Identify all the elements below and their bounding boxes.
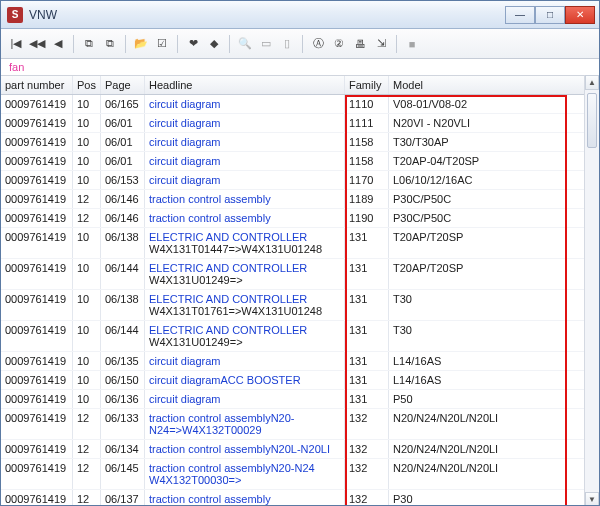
table-row[interactable]: 00097614191006/153circuit diagram1170L06… <box>1 171 599 190</box>
cell: traction control assembly <box>145 490 345 506</box>
bookmark-prev-icon[interactable]: ⧉ <box>80 35 98 53</box>
table-row[interactable]: 00097614191206/137traction control assem… <box>1 490 599 506</box>
col-model[interactable]: Model <box>389 76 599 94</box>
cell: 131 <box>345 390 389 408</box>
headline-link[interactable]: circuit diagram <box>149 393 221 405</box>
cell: 131 <box>345 259 389 289</box>
close-button[interactable]: ✕ <box>565 6 595 24</box>
print-icon[interactable]: 🖶 <box>351 35 369 53</box>
headline-link[interactable]: circuit diagram <box>149 98 221 110</box>
headline-link[interactable]: ELECTRIC AND CONTROLLER <box>149 262 307 274</box>
cell: 06/146 <box>101 209 145 227</box>
cell: 10 <box>73 133 101 151</box>
col-part-number[interactable]: part number <box>1 76 73 94</box>
headline-link[interactable]: circuit diagram <box>149 136 221 148</box>
cell: 132 <box>345 490 389 506</box>
headline-link[interactable]: ELECTRIC AND CONTROLLER <box>149 231 307 243</box>
cell: 12 <box>73 409 101 439</box>
headline-link[interactable]: circuit diagram <box>149 117 221 129</box>
table-row[interactable]: 00097614191006/138ELECTRIC AND CONTROLLE… <box>1 290 599 321</box>
bookmark-next-icon[interactable]: ⧉ <box>101 35 119 53</box>
cell: ELECTRIC AND CONTROLLERW4X131T01761=>W4X… <box>145 290 345 320</box>
nav-prev-icon[interactable]: ◀◀ <box>28 35 46 53</box>
table-row[interactable]: 00097614191006/01circuit diagram1158T30/… <box>1 133 599 152</box>
cell: 06/145 <box>101 459 145 489</box>
headline-link[interactable]: ELECTRIC AND CONTROLLER <box>149 293 307 305</box>
cell: 06/144 <box>101 259 145 289</box>
cell: 131 <box>345 290 389 320</box>
table-row[interactable]: 00097614191206/146traction control assem… <box>1 209 599 228</box>
a2-icon[interactable]: ② <box>330 35 348 53</box>
cell: 0009761419 <box>1 259 73 289</box>
col-family[interactable]: Family <box>345 76 389 94</box>
headline-link[interactable]: circuit diagram <box>149 355 221 367</box>
search-term-label: fan <box>1 59 599 75</box>
table-row[interactable]: 00097614191006/144ELECTRIC AND CONTROLLE… <box>1 321 599 352</box>
table-row[interactable]: 00097614191206/145traction control assem… <box>1 459 599 490</box>
grid-header: part number Pos Page Headline Family Mod… <box>1 75 599 95</box>
vertical-scrollbar[interactable]: ▲ ▼ <box>584 75 599 506</box>
cell: traction control assemblyN20-N24=>W4X132… <box>145 409 345 439</box>
cell: N20/N24/N20L/N20LI <box>389 409 599 439</box>
notes-icon[interactable]: ☑ <box>153 35 171 53</box>
cell: 1158 <box>345 152 389 170</box>
table-row[interactable]: 00097614191006/150circuit diagramACC BOO… <box>1 371 599 390</box>
cell: 0009761419 <box>1 290 73 320</box>
minimize-button[interactable]: — <box>505 6 535 24</box>
cell: 10 <box>73 390 101 408</box>
table-row[interactable]: 00097614191006/138ELECTRIC AND CONTROLLE… <box>1 228 599 259</box>
headline-link[interactable]: traction control assemblyN20-N24 W4X132T… <box>149 462 315 486</box>
col-pos[interactable]: Pos <box>73 76 101 94</box>
headline-link[interactable]: circuit diagram <box>149 155 221 167</box>
headline-link[interactable]: traction control assembly <box>149 493 271 505</box>
headline-link[interactable]: traction control assembly <box>149 193 271 205</box>
cell: 10 <box>73 114 101 132</box>
headline-link[interactable]: traction control assemblyN20-N24=>W4X132… <box>149 412 295 436</box>
cell: 06/144 <box>101 321 145 351</box>
tag-blue-icon[interactable]: ◆ <box>205 35 223 53</box>
nav-back-icon[interactable]: ◀ <box>49 35 67 53</box>
scroll-down-button[interactable]: ▼ <box>585 492 599 506</box>
col-page[interactable]: Page <box>101 76 145 94</box>
cell: 06/138 <box>101 290 145 320</box>
scroll-thumb[interactable] <box>587 93 597 148</box>
table-row[interactable]: 00097614191006/144ELECTRIC AND CONTROLLE… <box>1 259 599 290</box>
scroll-up-button[interactable]: ▲ <box>585 75 599 90</box>
headline-link[interactable]: circuit diagram <box>149 174 221 186</box>
cell: 0009761419 <box>1 352 73 370</box>
cell: 0009761419 <box>1 114 73 132</box>
cell: 12 <box>73 490 101 506</box>
table-row[interactable]: 00097614191006/165circuit diagram1110V08… <box>1 95 599 114</box>
cell: 0009761419 <box>1 133 73 151</box>
table-row[interactable]: 00097614191206/134traction control assem… <box>1 440 599 459</box>
cell: traction control assemblyN20L-N20LI <box>145 440 345 458</box>
headline-link[interactable]: traction control assemblyN20L-N20LI <box>149 443 330 455</box>
table-row[interactable]: 00097614191206/146traction control assem… <box>1 190 599 209</box>
cell: 0009761419 <box>1 152 73 170</box>
table-row[interactable]: 00097614191006/135circuit diagram131L14/… <box>1 352 599 371</box>
headline-link[interactable]: traction control assembly <box>149 212 271 224</box>
cell: 10 <box>73 352 101 370</box>
export-icon[interactable]: ⇲ <box>372 35 390 53</box>
cell: T20AP/T20SP <box>389 259 599 289</box>
cell: traction control assembly <box>145 190 345 208</box>
open-icon[interactable]: 📂 <box>132 35 150 53</box>
headline-link[interactable]: circuit diagramACC BOOSTER <box>149 374 301 386</box>
table-row[interactable]: 00097614191006/136circuit diagram131P50 <box>1 390 599 409</box>
nav-first-icon[interactable]: |◀ <box>7 35 25 53</box>
a1-icon[interactable]: Ⓐ <box>309 35 327 53</box>
page-icon: ▭ <box>257 35 275 53</box>
tag-red-icon[interactable]: ❤ <box>184 35 202 53</box>
table-row[interactable]: 00097614191006/01circuit diagram1111N20V… <box>1 114 599 133</box>
doc-icon: ▯ <box>278 35 296 53</box>
maximize-button[interactable]: □ <box>535 6 565 24</box>
cell: 10 <box>73 371 101 389</box>
table-row[interactable]: 00097614191206/133traction control assem… <box>1 409 599 440</box>
table-row[interactable]: 00097614191006/01circuit diagram1158T20A… <box>1 152 599 171</box>
col-headline[interactable]: Headline <box>145 76 345 94</box>
cell: L06/10/12/16AC <box>389 171 599 189</box>
cell: 1190 <box>345 209 389 227</box>
headline-link[interactable]: ELECTRIC AND CONTROLLER <box>149 324 307 336</box>
grid-rows: 00097614191006/165circuit diagram1110V08… <box>1 95 599 506</box>
cell: N20/N24/N20L/N20LI <box>389 459 599 489</box>
